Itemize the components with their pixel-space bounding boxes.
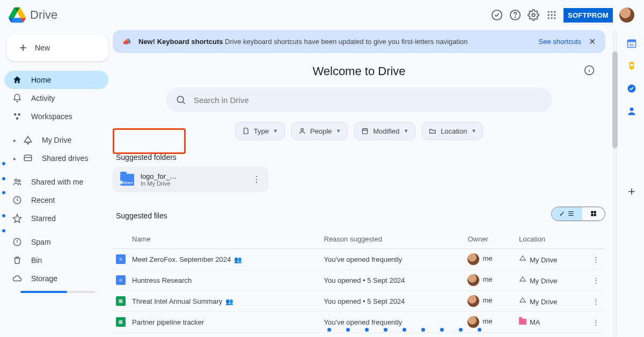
apps-grid-icon[interactable] bbox=[545, 9, 558, 21]
svg-point-5 bbox=[551, 11, 552, 13]
scroll-thumb[interactable] bbox=[612, 52, 618, 148]
more-vertical-icon[interactable]: ⋮ bbox=[252, 174, 261, 185]
col-location[interactable]: Location bbox=[516, 230, 589, 249]
product-name: Drive bbox=[30, 8, 57, 22]
add-addon-icon[interactable] bbox=[626, 186, 638, 197]
sheets-file-icon: ⊞ bbox=[116, 296, 126, 306]
svg-point-23 bbox=[301, 128, 303, 131]
search-input[interactable] bbox=[194, 96, 543, 105]
file-reason: You opened • 5 Sept 2024 bbox=[321, 270, 465, 291]
svg-point-15 bbox=[16, 118, 19, 120]
keep-app-icon[interactable] bbox=[626, 60, 638, 72]
docs-file-icon: ≡ bbox=[116, 254, 126, 264]
sidebar-item-shared-drives[interactable]: ▸ Shared drives bbox=[4, 149, 108, 167]
owner-avatar bbox=[467, 274, 479, 286]
account-avatar[interactable] bbox=[618, 6, 635, 24]
sidebar-item-activity[interactable]: Activity bbox=[4, 89, 108, 107]
shared-folder-icon: �ében bbox=[120, 174, 134, 186]
more-vertical-icon[interactable]: ⋮ bbox=[592, 276, 599, 284]
sidebar-item-bin[interactable]: Bin bbox=[4, 251, 108, 269]
svg-point-11 bbox=[551, 17, 552, 19]
chip-location[interactable]: Location▼ bbox=[422, 122, 483, 140]
sidebar-item-shared-with-me[interactable]: Shared with me bbox=[4, 173, 108, 191]
offline-ready-icon[interactable] bbox=[491, 9, 503, 21]
sidebar-item-home[interactable]: Home bbox=[4, 71, 108, 89]
file-location: MA bbox=[516, 312, 589, 333]
col-owner[interactable]: Owner bbox=[464, 230, 516, 249]
file-location: My Drive bbox=[516, 291, 589, 312]
view-list-button[interactable]: ✓ bbox=[552, 207, 582, 221]
svg-rect-28 bbox=[594, 214, 596, 216]
search-bar[interactable] bbox=[166, 87, 552, 112]
sidebar-item-label: Recent bbox=[31, 196, 55, 204]
svg-rect-24 bbox=[363, 129, 368, 134]
more-vertical-icon[interactable]: ⋮ bbox=[592, 297, 599, 305]
file-reason: You've opened frequently bbox=[321, 249, 465, 270]
calendar-icon bbox=[361, 127, 369, 135]
table-row[interactable]: ⊞Certificate log👥You opened • 08:19—⋮ bbox=[113, 333, 605, 338]
new-button-label: New bbox=[35, 43, 50, 52]
owner-avatar bbox=[467, 316, 479, 328]
workspaces-icon bbox=[12, 111, 23, 122]
svg-point-18 bbox=[18, 180, 20, 182]
sidebar-item-spam[interactable]: Spam bbox=[4, 233, 108, 251]
table-row[interactable]: ≡Huntress ResearchYou opened • 5 Sept 20… bbox=[113, 270, 605, 291]
product-logo-area[interactable]: Drive bbox=[9, 6, 57, 24]
svg-point-17 bbox=[15, 179, 18, 182]
page-title: Welcome to Drive bbox=[312, 64, 405, 78]
new-button[interactable]: New bbox=[6, 34, 108, 61]
svg-point-14 bbox=[18, 113, 21, 116]
settings-gear-icon[interactable] bbox=[527, 9, 540, 21]
chip-type[interactable]: Type▼ bbox=[235, 122, 285, 140]
file-owner: me bbox=[464, 270, 516, 291]
banner-title: New! Keyboard shortcuts bbox=[138, 38, 223, 46]
svg-point-2 bbox=[515, 17, 515, 18]
docs-file-icon: ≡ bbox=[116, 275, 126, 285]
main-content: 📣 New! Keyboard shortcuts Drive keyboard… bbox=[113, 30, 611, 337]
sidebar-item-label: Shared with me bbox=[31, 178, 83, 186]
svg-point-7 bbox=[547, 14, 549, 16]
view-grid-button[interactable] bbox=[582, 207, 605, 221]
col-name[interactable]: Name bbox=[129, 230, 321, 249]
calendar-app-icon[interactable]: 31 bbox=[626, 38, 638, 49]
expand-caret-icon[interactable]: ▸ bbox=[12, 156, 17, 162]
tasks-app-icon[interactable] bbox=[626, 83, 638, 94]
trash-icon bbox=[12, 255, 23, 266]
sidebar-item-recent[interactable]: Recent bbox=[4, 191, 108, 209]
chip-people[interactable]: People▼ bbox=[291, 122, 348, 140]
svg-point-32 bbox=[631, 64, 633, 67]
more-vertical-icon[interactable]: ⋮ bbox=[592, 318, 599, 326]
sidebar-item-workspaces[interactable]: Workspaces bbox=[4, 107, 108, 126]
info-icon[interactable] bbox=[584, 65, 595, 78]
star-icon bbox=[12, 213, 23, 224]
svg-point-6 bbox=[554, 11, 555, 13]
person-icon bbox=[298, 127, 306, 135]
svg-point-10 bbox=[547, 17, 549, 19]
chip-modified[interactable]: Modified▼ bbox=[354, 122, 415, 140]
decorative-dots bbox=[327, 328, 481, 332]
suggested-folder-card[interactable]: �ében logo_for_… In My Drive ⋮ bbox=[113, 167, 268, 192]
help-icon[interactable] bbox=[509, 9, 522, 21]
sidebar-item-starred[interactable]: Starred bbox=[4, 209, 108, 228]
sidebar-item-label: Home bbox=[31, 76, 51, 84]
contacts-app-icon[interactable] bbox=[626, 105, 638, 117]
table-row[interactable]: ≡Meet ZeroFox. September 2024👥You've ope… bbox=[113, 249, 605, 270]
drive-logo-icon bbox=[9, 6, 26, 24]
file-icon bbox=[242, 127, 250, 135]
close-icon[interactable]: ✕ bbox=[589, 36, 596, 47]
more-vertical-icon[interactable]: ⋮ bbox=[592, 255, 599, 263]
file-name: Huntress Research bbox=[129, 270, 321, 291]
svg-point-34 bbox=[630, 107, 634, 111]
sidebar-item-storage[interactable]: Storage bbox=[4, 269, 108, 288]
sidebar-item-my-drive[interactable]: ▸ My Drive bbox=[4, 131, 108, 149]
col-reason[interactable]: Reason suggested bbox=[321, 230, 465, 249]
sidebar-item-label: Spam bbox=[31, 238, 51, 246]
file-name: Threat Intel Annual Summary👥 bbox=[129, 291, 321, 312]
scrollbar[interactable] bbox=[612, 30, 618, 337]
svg-rect-27 bbox=[591, 214, 593, 216]
suggested-files-heading: Suggested files bbox=[116, 211, 167, 220]
banner-link[interactable]: See shortcuts bbox=[539, 38, 582, 46]
expand-caret-icon[interactable]: ▸ bbox=[12, 137, 17, 143]
side-panel-rail: 31 bbox=[619, 30, 644, 337]
table-row[interactable]: ⊞Threat Intel Annual Summary👥You opened … bbox=[113, 291, 605, 312]
